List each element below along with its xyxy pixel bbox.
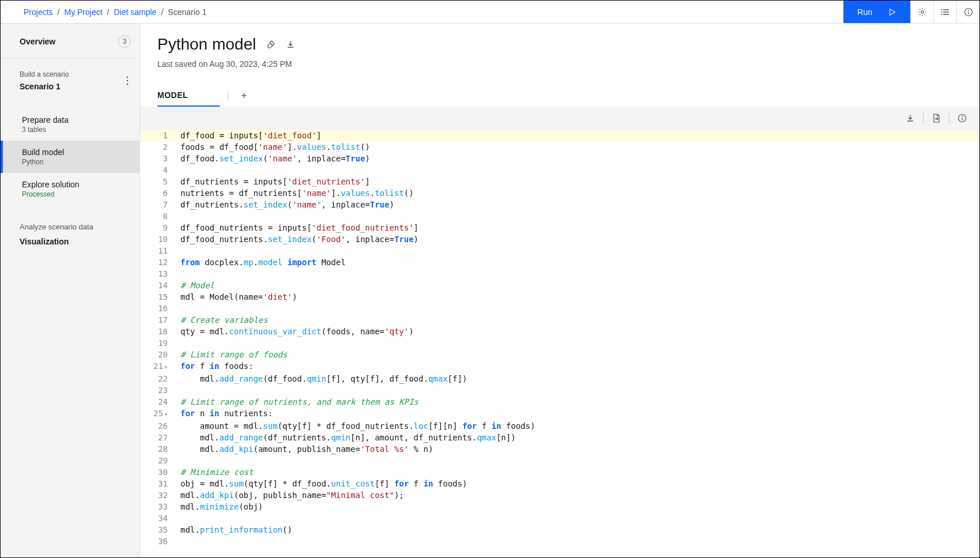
code-content[interactable]: # Limit range of nutrients, and mark the… (175, 396, 979, 408)
code-line[interactable]: 20# Limit range of foods (140, 349, 979, 360)
code-content[interactable] (175, 512, 979, 524)
line-number: 15 (140, 291, 175, 303)
code-line[interactable]: 32mdl.add_kpi(obj, publish_name="Minimal… (140, 489, 979, 501)
info-button[interactable] (956, 1, 979, 24)
code-line[interactable]: 9df_food_nutrients = inputs['diet_food_n… (140, 222, 979, 233)
code-content[interactable]: amount = mdl.sum(qty[f] * df_food_nutrie… (175, 420, 979, 432)
code-content[interactable] (175, 455, 979, 466)
line-number: 10 (140, 233, 175, 245)
code-line[interactable]: 2foods = df_food['name'].values.tolist() (140, 141, 979, 153)
code-content[interactable]: df_nutrients = inputs['diet_nutrients'] (175, 176, 979, 187)
toolbar-import-button[interactable] (926, 108, 947, 129)
scenario-menu-button[interactable] (124, 74, 131, 88)
toolbar-download-button[interactable] (900, 108, 921, 129)
list-button[interactable] (933, 1, 956, 24)
code-line[interactable]: 4 (140, 164, 979, 176)
code-content[interactable]: foods = df_food['name'].values.tolist() (175, 141, 979, 153)
fold-icon[interactable]: ▾ (164, 411, 168, 417)
code-content[interactable]: mdl.add_kpi(obj, publish_name="Minimal c… (175, 489, 979, 501)
code-line[interactable]: 17# Create variables (140, 314, 979, 326)
code-line[interactable]: 13 (140, 268, 979, 280)
code-line[interactable]: 35mdl.print_information() (140, 524, 979, 536)
code-content[interactable]: df_food = inputs['diet_food'] (175, 130, 979, 141)
code-line[interactable]: 29 (140, 455, 979, 466)
code-content[interactable] (175, 268, 979, 280)
code-line[interactable]: 18qty = mdl.continuous_var_dict(foods, n… (140, 326, 979, 337)
code-content[interactable]: mdl.add_kpi(amount, publish_name='Total … (175, 443, 979, 455)
sidebar-overview-header[interactable]: Overview 3 (1, 24, 140, 59)
code-content[interactable] (175, 384, 979, 396)
run-button[interactable]: Run (843, 1, 910, 23)
code-line[interactable]: 21▾for f in foods: (140, 360, 979, 373)
code-content[interactable] (175, 536, 979, 547)
sidebar-item-prepare-data[interactable]: Prepare data3 tables (1, 108, 140, 141)
code-content[interactable]: df_food.set_index('name', inplace=True) (175, 153, 979, 164)
svg-point-6 (127, 77, 129, 78)
code-editor[interactable]: 1df_food = inputs['diet_food']2foods = d… (140, 130, 979, 557)
code-line[interactable]: 31obj = mdl.sum(qty[f] * df_food.unit_co… (140, 478, 979, 489)
code-line[interactable]: 34 (140, 512, 979, 524)
code-content[interactable]: # Model (175, 280, 979, 291)
settings-button[interactable] (910, 1, 933, 24)
code-content[interactable] (175, 164, 979, 176)
code-line[interactable]: 11 (140, 245, 979, 257)
code-content[interactable]: for n in nutrients: (175, 408, 979, 420)
svg-point-1 (941, 9, 942, 10)
code-content[interactable]: # Minimize cost (175, 466, 979, 478)
tab-model[interactable]: MODEL (157, 85, 220, 107)
code-line[interactable]: 1df_food = inputs['diet_food'] (140, 130, 979, 141)
toolbar-info-button[interactable] (952, 108, 973, 129)
code-content[interactable] (175, 245, 979, 257)
code-line[interactable]: 16 (140, 303, 979, 314)
visualization-link[interactable]: Visualization (20, 237, 130, 246)
code-line[interactable]: 30# Minimize cost (140, 466, 979, 478)
code-line[interactable]: 24# Limit range of nutrients, and mark t… (140, 396, 979, 408)
code-line[interactable]: 19 (140, 337, 979, 349)
code-content[interactable]: df_food_nutrients = inputs['diet_food_nu… (175, 222, 979, 233)
code-line[interactable]: 10df_food_nutrients.set_index('Food', in… (140, 233, 979, 245)
code-line[interactable]: 27 mdl.add_range(df_nutrients.qmin[n], a… (140, 432, 979, 443)
sidebar-item-explore-solution[interactable]: Explore solutionProcessed (1, 173, 140, 205)
code-line[interactable]: 3df_food.set_index('name', inplace=True) (140, 153, 979, 164)
code-content[interactable] (175, 337, 979, 349)
code-content[interactable]: obj = mdl.sum(qty[f] * df_food.unit_cost… (175, 478, 979, 489)
gear-icon (918, 7, 927, 17)
breadcrumb-my-project[interactable]: My Project (64, 7, 102, 17)
code-line[interactable]: 28 mdl.add_kpi(amount, publish_name='Tot… (140, 443, 979, 455)
code-content[interactable]: df_nutrients.set_index('name', inplace=T… (175, 199, 979, 210)
fold-icon[interactable]: ▾ (164, 364, 168, 370)
code-content[interactable]: # Limit range of foods (175, 349, 979, 360)
code-content[interactable]: mdl.add_range(df_nutrients.qmin[n], amou… (175, 432, 979, 443)
code-line[interactable]: 33mdl.minimize(obj) (140, 501, 979, 512)
code-content[interactable]: mdl.add_range(df_food.qmin[f], qty[f], d… (175, 373, 979, 384)
code-content[interactable]: mdl.minimize(obj) (175, 501, 979, 512)
code-line[interactable]: 23 (140, 384, 979, 396)
code-line[interactable]: 12from docplex.mp.model import Model (140, 257, 979, 268)
code-content[interactable]: mdl.print_information() (175, 524, 979, 536)
edit-title-button[interactable] (266, 40, 276, 49)
breadcrumb-diet-sample[interactable]: Diet sample (114, 7, 156, 17)
code-content[interactable]: mdl = Model(name='diet') (175, 291, 979, 303)
code-content[interactable]: # Create variables (175, 314, 979, 326)
code-content[interactable]: nutrients = df_nutrients['name'].values.… (175, 187, 979, 199)
code-line[interactable]: 5df_nutrients = inputs['diet_nutrients'] (140, 176, 979, 187)
code-line[interactable]: 15mdl = Model(name='diet') (140, 291, 979, 303)
code-line[interactable]: 36 (140, 536, 979, 547)
code-line[interactable]: 22 mdl.add_range(df_food.qmin[f], qty[f]… (140, 373, 979, 384)
download-title-button[interactable] (286, 40, 295, 49)
sidebar-item-build-model[interactable]: Build modelPython (1, 141, 140, 173)
breadcrumb-projects[interactable]: Projects (24, 7, 53, 17)
code-content[interactable] (175, 303, 979, 314)
code-line[interactable]: 25▾for n in nutrients: (140, 408, 979, 420)
code-line[interactable]: 6nutrients = df_nutrients['name'].values… (140, 187, 979, 199)
code-line[interactable]: 7df_nutrients.set_index('name', inplace=… (140, 199, 979, 210)
code-line[interactable]: 14# Model (140, 280, 979, 291)
code-content[interactable] (175, 210, 979, 222)
code-content[interactable]: qty = mdl.continuous_var_dict(foods, nam… (175, 326, 979, 337)
add-tab-button[interactable]: + (236, 88, 252, 104)
code-line[interactable]: 8 (140, 210, 979, 222)
code-content[interactable]: df_food_nutrients.set_index('Food', inpl… (175, 233, 979, 245)
code-content[interactable]: for f in foods: (175, 360, 979, 373)
code-line[interactable]: 26 amount = mdl.sum(qty[f] * df_food_nut… (140, 420, 979, 432)
code-content[interactable]: from docplex.mp.model import Model (175, 257, 979, 268)
